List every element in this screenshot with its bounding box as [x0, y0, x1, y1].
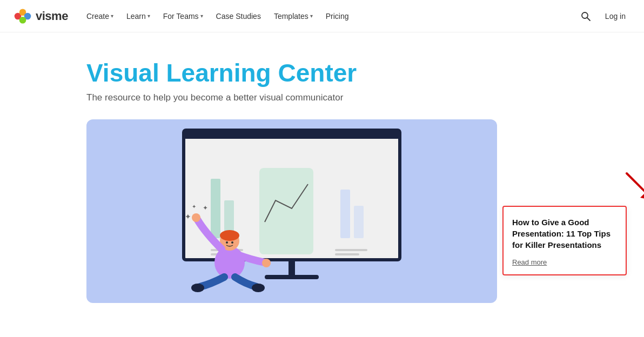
- svg-rect-7: [184, 130, 400, 139]
- svg-point-3: [19, 16, 26, 23]
- svg-rect-17: [335, 249, 367, 251]
- chevron-down-icon: ▾: [111, 13, 113, 19]
- svg-point-27: [231, 241, 233, 244]
- read-more-link[interactable]: Read more: [512, 258, 547, 266]
- nav-templates-label: Templates: [274, 12, 308, 21]
- svg-rect-10: [211, 179, 220, 238]
- nav-right: Log in: [580, 9, 631, 24]
- svg-point-22: [192, 213, 200, 222]
- logo-text: visme: [36, 9, 68, 23]
- nav-for-teams-label: For Teams: [163, 12, 199, 21]
- nav-pricing-label: Pricing: [326, 12, 349, 21]
- svg-point-26: [226, 241, 228, 244]
- svg-text:✦: ✦: [192, 204, 196, 210]
- svg-rect-12: [259, 168, 313, 254]
- arrow-indicator: [616, 163, 644, 213]
- search-icon: [580, 11, 591, 22]
- hero-image-wrapper: ✦ ✦ ✦ How to Give a Good Presentation: 1…: [86, 119, 497, 314]
- svg-point-24: [191, 284, 204, 292]
- svg-text:✦: ✦: [185, 212, 191, 221]
- card-title: How to Give a Good Presentation: 11 Top …: [512, 217, 617, 251]
- logo-icon: [13, 6, 32, 26]
- chevron-down-icon: ▾: [310, 13, 313, 19]
- nav-item-create[interactable]: Create ▾: [81, 9, 119, 24]
- svg-rect-8: [289, 260, 295, 276]
- svg-line-5: [587, 18, 590, 21]
- nav-links: Create ▾ Learn ▾ For Teams ▾ Case Studie…: [81, 9, 580, 24]
- hero-background: ✦ ✦ ✦: [86, 119, 497, 303]
- nav-learn-label: Learn: [126, 12, 146, 21]
- login-button[interactable]: Log in: [600, 9, 631, 24]
- nav-item-for-teams[interactable]: For Teams ▾: [158, 9, 209, 24]
- page-subtitle: The resource to help you become a better…: [86, 92, 644, 103]
- nav-case-studies-label: Case Studies: [216, 12, 261, 21]
- presentation-illustration: ✦ ✦ ✦: [151, 125, 432, 292]
- svg-rect-13: [340, 190, 350, 238]
- svg-point-23: [262, 259, 271, 267]
- navbar: visme Create ▾ Learn ▾ For Teams ▾ Case …: [0, 0, 644, 32]
- svg-point-4: [582, 12, 588, 18]
- svg-line-31: [627, 173, 644, 200]
- nav-item-learn[interactable]: Learn ▾: [121, 9, 156, 24]
- page-title: Visual Learning Center: [86, 59, 644, 87]
- nav-create-label: Create: [86, 12, 109, 21]
- article-card: How to Give a Good Presentation: 11 Top …: [502, 206, 627, 275]
- svg-rect-18: [335, 253, 359, 255]
- logo[interactable]: visme: [13, 6, 68, 26]
- red-arrow-icon: [616, 163, 644, 211]
- nav-item-templates[interactable]: Templates ▾: [269, 9, 318, 24]
- nav-item-case-studies[interactable]: Case Studies: [211, 9, 266, 24]
- svg-rect-9: [265, 275, 319, 279]
- svg-point-21: [220, 230, 239, 241]
- chevron-down-icon: ▾: [200, 13, 203, 19]
- nav-item-pricing[interactable]: Pricing: [320, 9, 354, 24]
- svg-rect-14: [354, 206, 364, 238]
- main-content: Visual Learning Center The resource to h…: [0, 32, 644, 314]
- svg-text:✦: ✦: [203, 204, 208, 212]
- search-button[interactable]: [580, 11, 591, 22]
- svg-point-25: [252, 284, 265, 292]
- chevron-down-icon: ▾: [147, 13, 150, 19]
